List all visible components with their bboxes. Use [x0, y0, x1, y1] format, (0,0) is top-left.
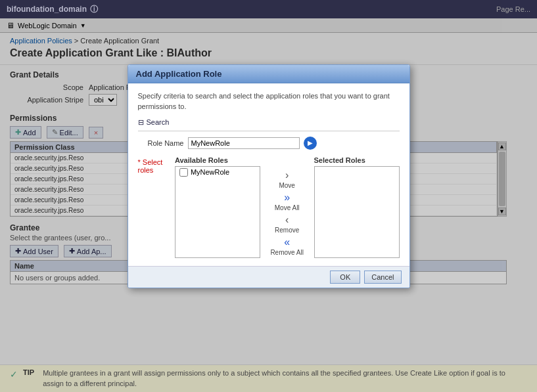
- select-roles-label: * Select roles: [138, 156, 172, 174]
- role-item-label: MyNewRole: [191, 168, 229, 176]
- search-go-button[interactable]: ▶: [304, 137, 317, 150]
- move-arrow-icon: ›: [285, 169, 289, 181]
- selected-roles-list: [314, 166, 400, 258]
- role-selector: * Select roles Available Roles MyNewRole: [138, 156, 400, 258]
- modal-title: Add Application Role: [136, 69, 402, 79]
- search-toggle-icon: ⊟: [138, 118, 144, 127]
- add-application-role-modal: Add Application Role Specify criteria to…: [128, 64, 410, 288]
- remove-all-arrow-icon: «: [284, 236, 290, 248]
- modal-description: Specify criteria to search and select th…: [138, 91, 400, 112]
- search-toggle-label: Search: [147, 118, 170, 126]
- remove-all-button[interactable]: « Remove All: [270, 236, 304, 256]
- selected-roles-title: Selected Roles: [314, 156, 400, 164]
- role-checkbox[interactable]: [179, 168, 188, 177]
- move-all-arrow-icon: »: [284, 192, 290, 204]
- available-roles-list: MyNewRole: [175, 166, 260, 258]
- remove-arrow-icon: ‹: [285, 214, 289, 226]
- search-section: ⊟ Search Role Name ▶: [138, 118, 400, 150]
- move-button[interactable]: › Move: [279, 169, 294, 189]
- move-all-button[interactable]: » Move All: [275, 192, 300, 211]
- search-row: Role Name ▶: [138, 137, 400, 150]
- list-item: MyNewRole: [175, 167, 260, 178]
- role-name-label: Role Name: [138, 139, 184, 147]
- modal-body: Specify criteria to search and select th…: [128, 83, 409, 266]
- search-go-icon: ▶: [308, 139, 313, 146]
- role-name-input[interactable]: [188, 137, 300, 149]
- remove-all-label: Remove All: [270, 249, 304, 256]
- move-buttons: › Move » Move All ‹ Remove «: [266, 156, 309, 256]
- modal-overlay: Add Application Role Specify criteria to…: [0, 0, 537, 392]
- modal-footer: OK Cancel: [128, 266, 409, 288]
- move-all-label: Move All: [275, 204, 300, 211]
- search-divider: [138, 131, 400, 131]
- cancel-button[interactable]: Cancel: [364, 271, 401, 284]
- remove-label: Remove: [275, 227, 299, 234]
- remove-button[interactable]: ‹ Remove: [275, 214, 299, 234]
- modal-header: Add Application Role: [128, 65, 409, 83]
- move-label: Move: [279, 182, 294, 189]
- ok-button[interactable]: OK: [330, 271, 360, 284]
- search-toggle[interactable]: ⊟ Search: [138, 118, 400, 127]
- available-roles-title: Available Roles: [175, 156, 260, 164]
